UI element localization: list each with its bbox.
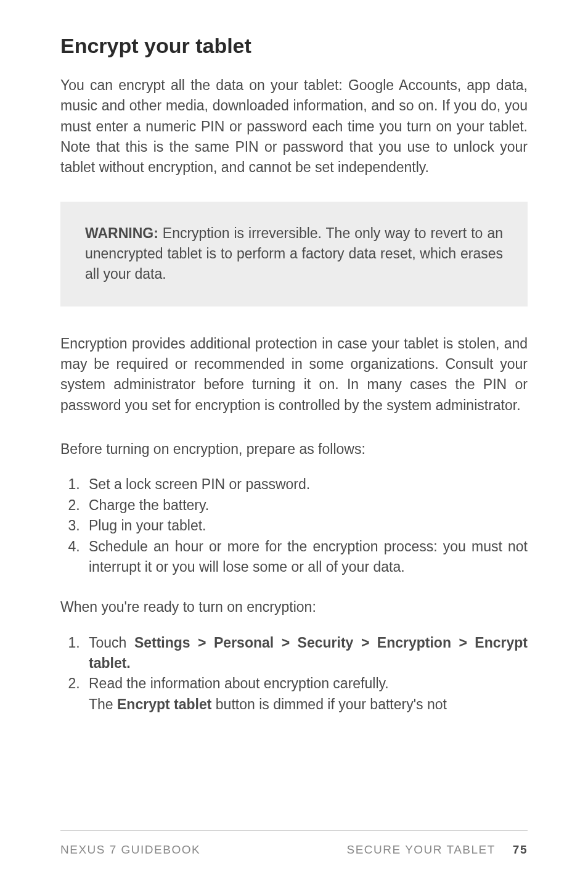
list-item: Read the information about encryption ca… bbox=[84, 673, 528, 715]
step-button-name: Encrypt tablet bbox=[117, 696, 211, 712]
page-number: 75 bbox=[513, 843, 528, 857]
warning-text: WARNING: Encryption is irreversible. The… bbox=[85, 223, 503, 285]
step-line2-prefix: The bbox=[89, 696, 117, 712]
step-line2-suffix: button is dimmed if your battery's not bbox=[211, 696, 447, 712]
list-item: Charge the battery. bbox=[84, 495, 528, 516]
warning-label: WARNING: bbox=[85, 225, 158, 241]
ready-paragraph: When you're ready to turn on encryption: bbox=[60, 597, 528, 617]
step-path: Settings > Personal > Security > Encrypt… bbox=[89, 635, 528, 671]
prepare-paragraph: Before turning on encryption, prepare as… bbox=[60, 439, 528, 459]
footer-right: SECURE YOUR TABLET 75 bbox=[347, 843, 528, 857]
list-item: Plug in your tablet. bbox=[84, 516, 528, 536]
page-title: Encrypt your tablet bbox=[60, 34, 528, 58]
page-footer: NEXUS 7 GUIDEBOOK SECURE YOUR TABLET 75 bbox=[60, 830, 528, 857]
list-item: Schedule an hour or more for the encrypt… bbox=[84, 537, 528, 578]
protection-paragraph: Encryption provides additional protectio… bbox=[60, 334, 528, 416]
prepare-list: Set a lock screen PIN or password. Charg… bbox=[60, 474, 528, 577]
list-item: Touch Settings > Personal > Security > E… bbox=[84, 633, 528, 674]
ready-list: Touch Settings > Personal > Security > E… bbox=[60, 633, 528, 715]
list-item: Set a lock screen PIN or password. bbox=[84, 474, 528, 495]
step-prefix: Touch bbox=[89, 635, 134, 651]
warning-box: WARNING: Encryption is irreversible. The… bbox=[60, 202, 528, 307]
footer-left: NEXUS 7 GUIDEBOOK bbox=[60, 843, 200, 857]
step-line1: Read the information about encryption ca… bbox=[89, 675, 389, 691]
footer-section: SECURE YOUR TABLET bbox=[347, 843, 496, 857]
intro-paragraph: You can encrypt all the data on your tab… bbox=[60, 75, 528, 178]
